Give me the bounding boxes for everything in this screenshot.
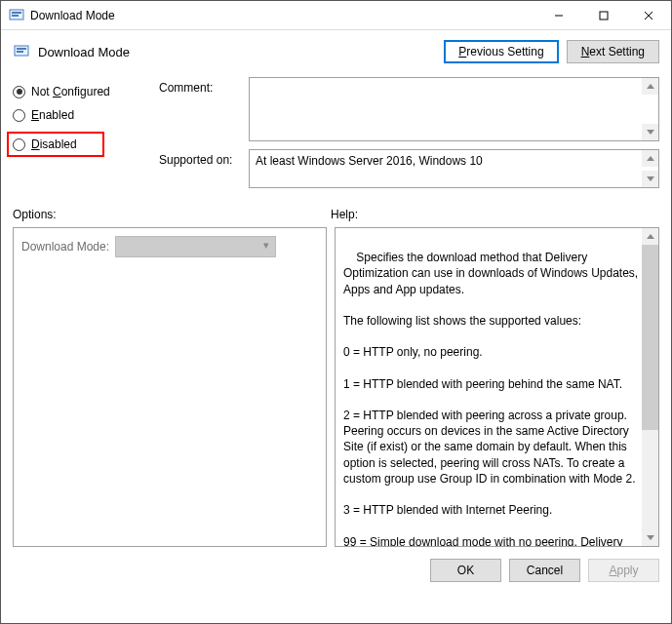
scroll-up-icon[interactable] bbox=[642, 228, 658, 245]
help-text: Specifies the download method that Deliv… bbox=[343, 251, 641, 547]
help-scrollbar[interactable] bbox=[642, 228, 658, 546]
close-button[interactable] bbox=[626, 1, 671, 30]
svg-rect-9 bbox=[17, 51, 23, 53]
radio-label: Enabled bbox=[31, 108, 74, 122]
cancel-button[interactable]: Cancel bbox=[509, 559, 580, 582]
radio-disabled[interactable]: Disabled bbox=[7, 132, 104, 157]
help-section-label: Help: bbox=[331, 208, 358, 221]
ok-button[interactable]: OK bbox=[430, 559, 501, 582]
next-setting-button[interactable]: Next Setting bbox=[567, 40, 659, 63]
scroll-down-icon[interactable] bbox=[642, 124, 658, 140]
maximize-button[interactable] bbox=[581, 1, 626, 30]
svg-rect-2 bbox=[12, 15, 19, 17]
header: Download Mode Previous Setting Next Sett… bbox=[1, 30, 671, 77]
radio-not-configured[interactable]: Not Configured bbox=[13, 85, 149, 98]
svg-rect-4 bbox=[600, 12, 608, 20]
supported-on-value: At least Windows Server 2016, Windows 10 bbox=[249, 149, 659, 188]
options-section-label: Options: bbox=[13, 208, 331, 221]
radio-icon bbox=[13, 109, 25, 122]
comment-textarea[interactable] bbox=[249, 77, 659, 141]
radio-icon bbox=[13, 138, 25, 151]
page-title: Download Mode bbox=[38, 45, 444, 59]
options-panel: Download Mode: bbox=[13, 227, 327, 547]
radio-icon bbox=[13, 86, 25, 98]
titlebar[interactable]: Download Mode bbox=[1, 1, 671, 30]
svg-rect-8 bbox=[17, 48, 26, 50]
scroll-up-icon[interactable] bbox=[642, 78, 658, 95]
window-title: Download Mode bbox=[30, 9, 536, 22]
app-icon bbox=[9, 8, 24, 23]
apply-button[interactable]: Apply bbox=[588, 559, 659, 582]
scroll-down-icon[interactable] bbox=[642, 529, 658, 546]
download-mode-label: Download Mode: bbox=[21, 240, 109, 254]
scrollbar-thumb[interactable] bbox=[642, 245, 658, 430]
footer: OK Cancel Apply bbox=[1, 547, 671, 594]
scroll-down-icon[interactable] bbox=[642, 171, 658, 187]
previous-setting-button[interactable]: Previous Setting bbox=[444, 40, 558, 63]
radio-label: Not Configured bbox=[31, 85, 110, 98]
svg-rect-1 bbox=[12, 12, 21, 14]
minimize-button[interactable] bbox=[536, 1, 581, 30]
supported-on-label: Supported on: bbox=[159, 149, 249, 167]
scroll-up-icon[interactable] bbox=[642, 150, 658, 167]
policy-icon bbox=[13, 43, 30, 60]
comment-label: Comment: bbox=[159, 77, 249, 95]
state-radios: Not Configured Enabled Disabled bbox=[13, 77, 149, 196]
download-mode-select[interactable] bbox=[115, 236, 276, 257]
radio-enabled[interactable]: Enabled bbox=[13, 108, 149, 122]
help-panel: Specifies the download method that Deliv… bbox=[335, 227, 659, 547]
radio-label: Disabled bbox=[31, 137, 77, 151]
